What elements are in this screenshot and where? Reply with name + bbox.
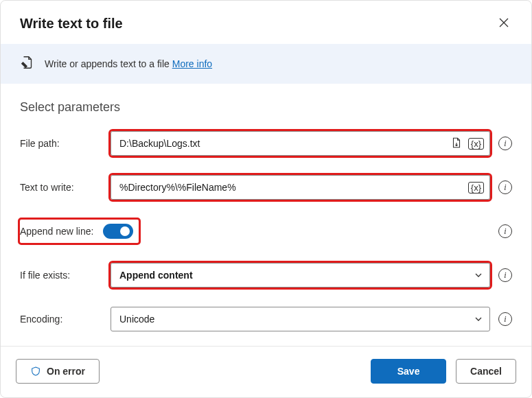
section-title: Select parameters [20,100,512,115]
if-file-exists-value: Append content [119,270,193,281]
save-button[interactable]: Save [371,359,446,384]
append-toggle-group: Append new line: [20,220,139,243]
encoding-value: Unicode [119,314,154,325]
cancel-label: Cancel [470,366,502,377]
file-path-input-wrap: {x} [111,131,490,156]
info-button-append[interactable]: i [498,224,512,238]
row-append-new-line: Append new line: i [20,218,512,245]
text-to-write-input[interactable] [119,176,468,199]
dialog-title: Write text to file [20,16,123,32]
on-error-button[interactable]: On error [16,359,100,384]
text-to-write-label: Text to write: [20,182,111,193]
banner-desc: Write or appends text to a file [45,58,170,69]
info-button-encoding[interactable]: i [498,312,512,326]
file-path-input[interactable] [119,132,449,155]
close-icon [498,17,509,28]
shield-icon [30,366,41,377]
write-file-icon [20,55,35,73]
save-label: Save [397,366,420,377]
info-button-exists[interactable]: i [498,268,512,282]
info-banner: Write or appends text to a file More inf… [1,44,531,84]
banner-text: Write or appends text to a file More inf… [45,58,212,69]
text-to-write-input-wrap: {x} [111,175,490,200]
file-picker-button[interactable] [449,135,464,152]
dialog-footer: On error Save Cancel [1,346,531,397]
file-arrow-icon [450,137,463,149]
append-new-line-toggle[interactable] [103,224,133,239]
row-text-to-write: Text to write: {x} i [20,174,512,201]
info-button-text[interactable]: i [498,180,512,194]
chevron-down-icon [474,271,483,279]
encoding-label: Encoding: [20,314,111,325]
insert-variable-button[interactable]: {x} [468,182,484,194]
row-encoding: Encoding: Unicode i [20,305,512,333]
append-new-line-label: Append new line: [20,226,93,237]
file-path-label: File path: [20,138,111,149]
dialog-content: Select parameters File path: {x} i Text … [1,84,531,346]
row-if-file-exists: If file exists: Append content i [20,261,512,289]
more-info-link[interactable]: More info [172,58,212,69]
dialog-header: Write text to file [1,1,531,44]
info-button-file-path[interactable]: i [498,137,512,150]
on-error-label: On error [47,366,85,377]
insert-variable-button[interactable]: {x} [468,138,484,150]
if-file-exists-select[interactable]: Append content [111,263,490,288]
chevron-down-icon [474,315,483,323]
row-file-path: File path: {x} i [20,130,512,157]
encoding-select[interactable]: Unicode [111,307,490,331]
cancel-button[interactable]: Cancel [456,359,516,384]
close-button[interactable] [496,14,512,33]
if-file-exists-label: If file exists: [20,270,111,281]
